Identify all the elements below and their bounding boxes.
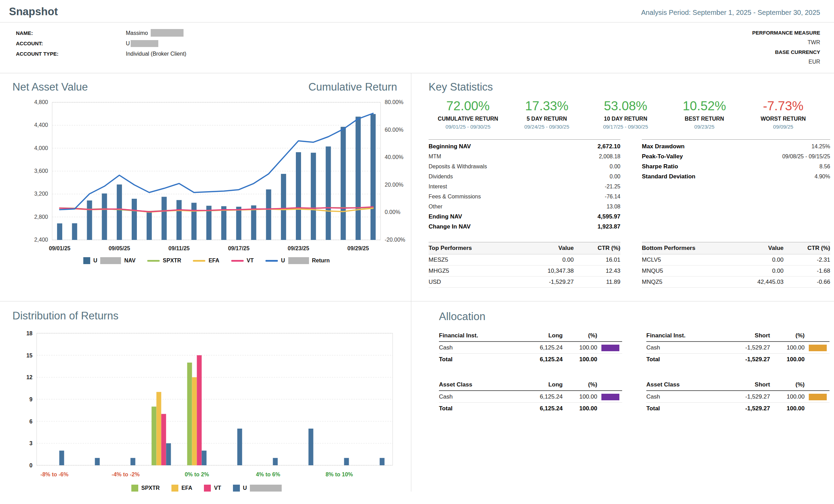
legend-item: UNAV [83, 257, 135, 264]
performers-title: Bottom Performers [642, 242, 723, 254]
stat-table-row: Ending NAV4,595.97 [429, 212, 620, 222]
legend-item: EFA [171, 485, 192, 492]
allocation-category-header: Asset Class [646, 379, 718, 390]
nav-title: Net Asset Value [12, 81, 88, 93]
allocation-header-row: Financial Inst.Short(%) [646, 330, 830, 342]
allocation-label: Cash [439, 342, 511, 353]
stat-table-row: Other13.08 [429, 202, 620, 212]
svg-text:09/23/25: 09/23/25 [288, 245, 309, 251]
performers-header-row: Top PerformersValueCTR (%) [429, 242, 620, 254]
stat-table-row: Fees & Commissions-76.14 [429, 192, 620, 202]
performer-ctr: -2.31 [784, 254, 830, 265]
performer-symbol: MNQZ5 [642, 277, 723, 287]
svg-text:09/17/25: 09/17/25 [228, 245, 250, 251]
legend-label: U [281, 258, 285, 264]
svg-text:12: 12 [26, 374, 32, 380]
stat-table-label: Standard Deviation [642, 171, 695, 181]
stat-value: 72.00% [429, 99, 507, 113]
stat-table-row: MTM2,008.18 [429, 151, 620, 161]
allocation-bar-cell [805, 391, 830, 402]
main-grid: Net Asset Value Cumulative Return 2,4002… [0, 73, 834, 492]
svg-text:4,800: 4,800 [34, 99, 48, 105]
legend-square-swatch [83, 257, 90, 264]
account-value: U [126, 38, 158, 49]
allocation-percent-bar [601, 394, 619, 400]
stat-table-value: 09/08/25 - 09/15/25 [782, 151, 830, 161]
allocation-total-row: Total6,125.24100.00 [439, 354, 622, 365]
dist-chart-legend: SPXTREFAVTU [12, 485, 401, 492]
stat-table-value: 13.08 [607, 202, 620, 212]
stat-table-label: Beginning NAV [429, 141, 471, 151]
stat-table-value: 2,672.10 [598, 141, 620, 151]
stat-period: 09/17/25 - 09/30/25 [586, 124, 665, 130]
allocation-table: Asset ClassShort(%)Cash-1,529.27100.00To… [646, 379, 830, 414]
svg-text:-20.00%: -20.00% [385, 237, 405, 243]
svg-text:60.00%: 60.00% [385, 127, 403, 133]
performer-symbol: USD [429, 277, 513, 287]
distribution-section: Distribution of Returns 0369121518-8% to… [0, 301, 411, 492]
stat-table-value: 0.00 [610, 171, 620, 181]
redaction-box [151, 29, 184, 37]
stat-table-label: Other [429, 202, 442, 212]
svg-text:3,200: 3,200 [34, 191, 48, 197]
allocation-bar-cell [597, 342, 622, 353]
allocation-total-value: -1,529.27 [718, 403, 770, 414]
svg-text:80.00%: 80.00% [385, 99, 403, 105]
allocation-header-row: Asset ClassShort(%) [646, 379, 830, 391]
allocation-label: Cash [646, 342, 718, 353]
allocation-row: Cash-1,529.27100.00 [646, 391, 830, 403]
allocation-pct: 100.00 [770, 391, 805, 402]
account-info-left: NAME: Massimo ACCOUNT: U ACCOUNT TYPE: I… [16, 28, 186, 67]
legend-square-swatch [131, 485, 138, 492]
allocation-pct-header: (%) [770, 379, 805, 390]
allocation-pct-header: (%) [770, 330, 805, 341]
allocation-row: Cash-1,529.27100.00 [646, 342, 830, 354]
svg-text:20.00%: 20.00% [385, 182, 403, 188]
allocation-label: Cash [439, 391, 511, 402]
performer-row: USD-1,529.2711.89 [429, 277, 620, 288]
account-type-value: Individual (Broker Client) [126, 49, 186, 59]
stat-label: 10 DAY RETURN [586, 116, 665, 122]
stat-table-row: Interest-21.25 [429, 181, 620, 192]
svg-text:2,800: 2,800 [34, 214, 48, 220]
allocation-total-label: Total [646, 403, 718, 414]
allocation-total-value: 6,125.24 [511, 403, 563, 414]
account-info-right: PERFORMANCE MEASURE TWR BASE CURRENCY EU… [752, 28, 820, 67]
allocation-percent-bar [809, 345, 827, 351]
legend-label: VT [214, 485, 221, 491]
allocation-title: Allocation [439, 310, 834, 323]
performer-value: -1,529.27 [513, 277, 574, 287]
performer-symbol: MNQU5 [642, 265, 723, 276]
allocation-table: Financial Inst.Short(%)Cash-1,529.27100.… [646, 330, 830, 365]
performers-ctr-header: CTR (%) [784, 242, 830, 254]
allocation-total-pct: 100.00 [563, 403, 597, 414]
account-label: ACCOUNT: [16, 38, 126, 49]
stat-table-label: Deposits & Withdrawals [429, 161, 487, 171]
allocation-bar-header [597, 379, 622, 390]
distribution-title: Distribution of Returns [12, 310, 401, 322]
svg-text:3,600: 3,600 [34, 168, 48, 174]
legend-line-swatch [265, 260, 278, 262]
legend-item: VT [204, 485, 221, 492]
stat-block: 17.33%5 DAY RETURN09/24/25 - 09/30/25 [507, 99, 586, 130]
allocation-label: Cash [646, 391, 718, 402]
stat-table-value: 8.56 [819, 161, 830, 171]
svg-text:-4% to -2%: -4% to -2% [112, 472, 140, 477]
legend-label: VT [247, 258, 254, 264]
legend-item: SPXTR [131, 485, 160, 492]
stat-table-label: Peak-To-Valley [642, 151, 683, 161]
svg-text:4,400: 4,400 [34, 122, 48, 128]
allocation-total-label: Total [439, 403, 511, 414]
performer-value: 0.00 [723, 254, 784, 265]
allocation-category-header: Financial Inst. [646, 330, 718, 341]
allocation-table: Asset ClassLong(%)Cash6,125.24100.00Tota… [439, 379, 622, 414]
svg-text:-8% to -6%: -8% to -6% [40, 472, 68, 477]
performers-ctr-header: CTR (%) [574, 242, 620, 254]
allocation-header-row: Financial Inst.Long(%) [439, 330, 622, 342]
allocation-category-header: Asset Class [439, 379, 511, 390]
stat-value: -7.73% [744, 99, 823, 113]
legend-item: UReturn [265, 257, 330, 264]
allocation-total-row: Total6,125.24100.00 [439, 403, 622, 414]
account-info: NAME: Massimo ACCOUNT: U ACCOUNT TYPE: I… [0, 22, 834, 73]
allocation-bar-header [805, 330, 830, 341]
